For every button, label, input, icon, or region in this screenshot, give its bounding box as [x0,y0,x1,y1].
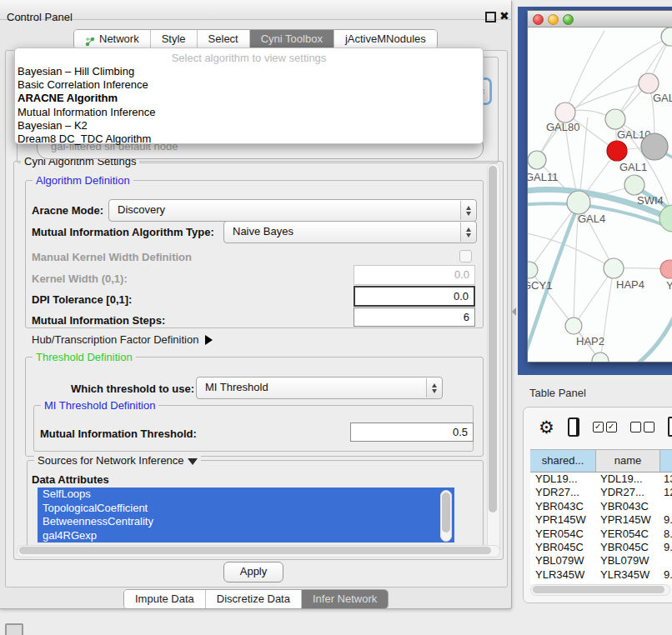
tab-infer-network[interactable]: Infer Network [302,590,388,608]
algorithm-option-bayesian-k2[interactable]: Bayesian – K2 [15,119,483,132]
mi-threshold-group-title: MI Threshold Definition [41,399,158,412]
collapse-down-arrow-icon[interactable] [188,458,198,465]
popup-placeholder-text: Select algorithm to view settings [15,51,483,65]
chevron-up-down-icon [426,378,441,398]
network-node[interactable] [641,133,668,160]
table-row[interactable]: YBL079WYBL079W [530,554,672,568]
tab-impute-data[interactable]: Impute Data [124,590,206,608]
network-node-SWI4[interactable] [624,175,644,195]
data-attributes-label: Data Attributes [32,473,109,486]
node-label-GAL80: GAL80 [546,121,579,133]
attribute-item-betweennesscentrality[interactable]: BetweennessCentrality [38,515,454,529]
network-node-GAL10[interactable] [605,109,625,129]
mi-steps-input[interactable]: 6 [354,308,475,327]
minimize-traffic-light-icon[interactable] [548,14,559,25]
tab-network[interactable]: Network [74,30,151,48]
table-hscrollbar-thumb[interactable] [533,586,664,593]
tab-select[interactable]: Select [198,30,250,48]
dpi-tolerance-input[interactable]: 0.0 [354,286,475,307]
mi-threshold-label: Mutual Information Threshold: [40,428,197,440]
float-window-icon[interactable] [485,12,496,22]
tab-label: Style [162,30,186,48]
algorithm-option-dream8-dc-tdc-algorithm[interactable]: Dream8 DC_TDC Algorithm [15,132,483,146]
network-node-GCY1[interactable] [528,262,538,278]
mi-algorithm-type-combobox[interactable]: Naive Bayes [223,221,477,243]
table-row[interactable]: YBR043CYBR043C [530,500,672,513]
control-panel-title: Control Panel [7,9,73,26]
settings-vertical-scrollbar[interactable] [487,163,500,555]
tab-label: Select [208,30,238,48]
select-all-columns-icon[interactable]: ✓✓ [593,422,617,432]
aracne-mode-combobox[interactable]: Discovery [108,199,477,222]
gear-icon[interactable]: ⚙ [539,418,554,436]
network-node-GAL[interactable] [639,73,659,93]
data-attributes-list[interactable]: SelfLoopsTopologicalCoefficientBetweenne… [38,488,454,542]
apply-button[interactable]: Apply [223,562,283,582]
network-node-HAP4[interactable] [604,258,624,278]
zoom-traffic-light-icon[interactable] [563,14,574,25]
attribute-item-gal4rgexp[interactable]: gal4RGexp [38,529,454,543]
aracne-mode-value: Discovery [118,200,165,220]
algorithm-option-aracne-algorithm[interactable]: ARACNE Algorithm [15,92,483,105]
network-node[interactable] [659,205,672,232]
tab-jactivemnodules[interactable]: jActiveMNodules [334,30,437,48]
kernel-width-input[interactable]: 0.0 [354,265,475,285]
expand-right-arrow-icon [205,335,213,345]
settings-hscrollbar-thumb[interactable] [19,547,491,554]
network-node-GAL80[interactable] [555,102,575,122]
tab-cyni-toolbox[interactable]: Cyni Toolbox [250,30,334,48]
tab-discretize-data[interactable]: Discretize Data [206,590,302,608]
tab-style[interactable]: Style [151,30,198,48]
table-row[interactable]: YER054CYER054C8. [530,528,672,541]
network-window-titlebar[interactable] [528,11,672,28]
column-header-A[interactable]: A [660,450,672,472]
mi-threshold-input[interactable]: 0.5 [350,422,474,442]
table-cell: YBR045C [530,541,595,554]
column-header-shared[interactable]: shared... [530,450,596,472]
network-node-GAL1[interactable] [607,141,627,161]
network-node-GAL4[interactable] [567,191,590,214]
network-edge [528,232,614,268]
network-canvas[interactable]: GALGAL80GAL10GAL1GAL11SWI4GAL4GCY1HAP4YH… [528,28,672,362]
table-horizontal-scrollbar[interactable] [530,584,670,596]
settings-scrollbar-thumb[interactable] [489,166,497,512]
columns-icon[interactable] [568,418,579,437]
hub-definition-toggle[interactable]: Hub/Transcription Factor Definition [32,333,213,346]
manual-kernel-checkbox[interactable] [459,250,472,262]
which-threshold-value: MI Threshold [205,378,268,398]
mi-steps-label: Mutual Information Steps: [32,314,165,327]
algorithm-option-basic-correlation-inference[interactable]: Basic Correlation Inference [15,78,483,92]
table-cell: YBL079W [530,554,595,568]
document-icon[interactable] [668,417,672,437]
network-node[interactable] [661,28,672,46]
network-node-GAL11[interactable] [528,151,546,169]
column-header-name[interactable]: name [596,450,660,472]
which-threshold-combobox[interactable]: MI Threshold [196,377,443,399]
table-row[interactable]: YPR145WYPR145W9. [530,513,672,527]
table-cell: YBL079W [595,554,659,568]
attributes-list-scrollbar[interactable] [440,490,452,542]
close-icon[interactable]: ✖ [499,9,509,22]
network-node-Y[interactable] [660,260,672,278]
table-row[interactable]: YDL19...YDL19...13 [530,472,672,486]
tab-label: Network [99,30,139,48]
table-row[interactable]: YDR27...YDR27...12 [530,486,672,499]
panel-dock-icon[interactable] [5,623,23,635]
table-row[interactable]: YLR345WYLR345W9. [530,568,672,582]
algorithm-option-mutual-information-inference[interactable]: Mutual Information Inference [15,106,483,119]
table-cell: YLR345W [530,568,595,582]
close-traffic-light-icon[interactable] [533,14,544,25]
node-label-HAP4: HAP4 [616,278,644,291]
attribute-item-selfloops[interactable]: SelfLoops [38,488,454,502]
splitter-collapse-icon[interactable] [512,308,516,316]
hub-definition-label: Hub/Transcription Factor Definition [32,333,198,346]
table-panel: ⚙ ✓✓ shared...nameA YDL19...YDL19...13YD… [523,407,672,603]
deselect-all-columns-icon[interactable] [630,422,654,432]
attribute-item-topologicalcoefficient[interactable]: TopologicalCoefficient [38,502,454,516]
table-cell: YDR27... [530,486,595,499]
settings-horizontal-scrollbar[interactable] [17,545,500,558]
algorithm-option-bayesian-hill-climbing[interactable]: Bayesian – Hill Climbing [15,65,483,78]
attributes-scrollbar-thumb[interactable] [442,492,450,532]
network-node-HAP2[interactable] [565,318,582,334]
table-row[interactable]: YBR045CYBR045C9. [530,541,672,554]
